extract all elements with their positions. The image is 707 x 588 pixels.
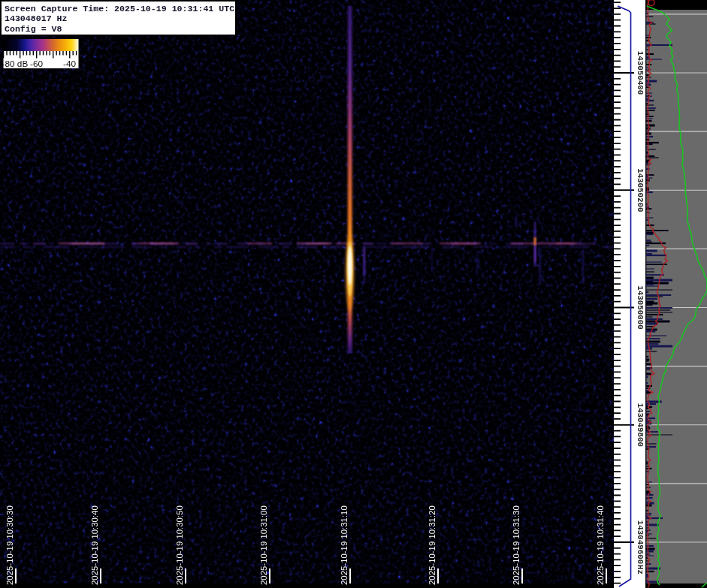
svg-text:Screen Capture Time: 2025-10-1: Screen Capture Time: 2025-10-19 10:31:41… (5, 4, 234, 14)
svg-text:143050000: 143050000 (636, 285, 645, 329)
svg-text:2025-10-19 10:30:30: 2025-10-19 10:30:30 (5, 505, 14, 585)
svg-text:2025-10-19 10:30:50: 2025-10-19 10:30:50 (175, 505, 184, 585)
svg-text:-80 dB: -80 dB (2, 59, 29, 69)
svg-text:143050200: 143050200 (636, 168, 645, 212)
svg-text:Hz: Hz (636, 565, 645, 574)
svg-text:143048017 Hz: 143048017 Hz (5, 14, 68, 23)
svg-text:-40: -40 (63, 59, 76, 69)
svg-text:2025-10-19 10:31:30: 2025-10-19 10:31:30 (512, 505, 521, 585)
svg-text:2025-10-19 10:31:00: 2025-10-19 10:31:00 (259, 505, 268, 585)
svg-text:2025-10-19 10:31:20: 2025-10-19 10:31:20 (428, 505, 437, 585)
svg-text:143050400: 143050400 (636, 51, 645, 95)
svg-text:-60: -60 (30, 59, 43, 69)
svg-text:Config = V8: Config = V8 (5, 24, 62, 34)
svg-text:2025-10-19 10:30:40: 2025-10-19 10:30:40 (90, 505, 99, 585)
svg-text:143049800: 143049800 (636, 403, 645, 447)
svg-text:2025-10-19 10:31:40: 2025-10-19 10:31:40 (596, 505, 605, 585)
svg-text:2025-10-19 10:31:10: 2025-10-19 10:31:10 (340, 505, 349, 585)
svg-text:143049600: 143049600 (636, 520, 645, 564)
